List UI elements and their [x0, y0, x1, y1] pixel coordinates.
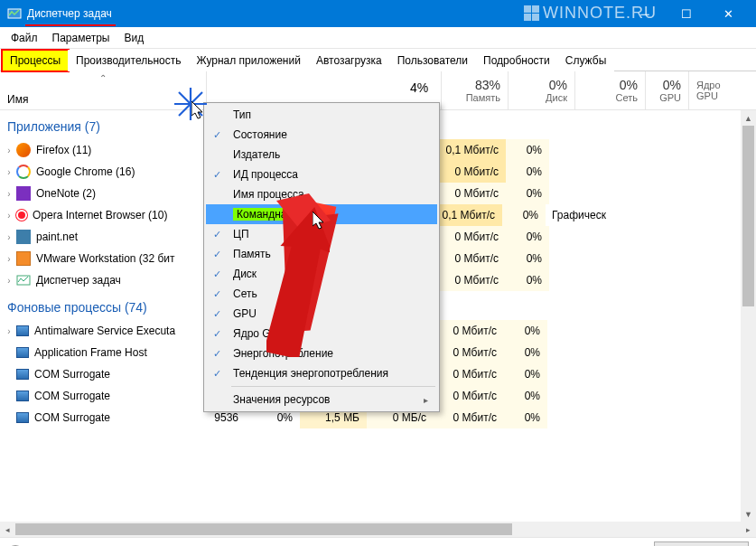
cell-gpu: 0%	[506, 226, 549, 248]
ctx-label: Тип	[233, 108, 251, 121]
vm-icon	[16, 251, 31, 266]
expand-icon[interactable]: ›	[0, 146, 13, 155]
footer: ⌃ Меньше Снять задачу	[0, 537, 756, 546]
check-icon: ✓	[213, 308, 221, 320]
vertical-scrollbar[interactable]: ▲ ▼	[741, 110, 756, 522]
ff-icon	[16, 143, 31, 157]
on-icon	[16, 186, 31, 201]
scroll-left-icon[interactable]: ◂	[0, 522, 15, 537]
tab-startup[interactable]: Автозагрузка	[308, 50, 390, 71]
close-button[interactable]: ✕	[707, 0, 749, 27]
cell-gpu-core	[547, 320, 605, 342]
process-name: Google Chrome (16)	[36, 165, 199, 178]
tab-bar: Процессы Производительность Журнал прило…	[0, 49, 756, 71]
titlebar: Диспетчер задач WINNOTE.RU ─ ☐ ✕	[0, 0, 756, 27]
tab-processes[interactable]: Процессы	[2, 50, 69, 71]
ctx-label: Диск	[233, 268, 257, 280]
ctx-item[interactable]: ✓ Тенденция энергопотребления	[206, 363, 437, 383]
cell-gpu-core	[547, 363, 605, 385]
ctx-item[interactable]: Издатель	[206, 145, 437, 165]
expand-icon[interactable]: ›	[0, 211, 13, 221]
expand-icon[interactable]: ›	[0, 276, 13, 286]
cell-network: 0 Мбит/с	[434, 407, 504, 428]
check-icon: ✓	[213, 129, 221, 141]
sort-indicator-icon: ⌃	[99, 73, 107, 83]
ctx-label: Издатель	[233, 148, 280, 161]
cursor-icon	[191, 101, 208, 121]
op-icon	[16, 210, 27, 221]
cell-gpu-core	[547, 342, 605, 363]
ctx-label: Значения ресурсов	[233, 393, 330, 406]
menu-options[interactable]: Параметры	[45, 29, 117, 47]
process-name: Antimalware Service Executa	[34, 325, 197, 337]
process-name: paint.net	[36, 231, 199, 243]
cell-gpu-core: Графическ	[546, 204, 603, 226]
ctx-item[interactable]: Тип	[206, 105, 437, 125]
svc-icon	[16, 325, 29, 336]
cursor-icon	[313, 212, 329, 231]
expand-icon[interactable]: ›	[0, 254, 13, 264]
cell-gpu: 0%	[506, 248, 549, 269]
cell-network: 0 Мбит/с	[435, 226, 506, 248]
cell-network: 0 Мбит/с	[434, 320, 504, 342]
process-name: COM Surrogate	[34, 390, 197, 402]
cell-gpu-core	[549, 269, 607, 291]
header-memory[interactable]: 83%Память	[441, 71, 508, 109]
scroll-up-icon[interactable]: ▲	[741, 110, 756, 126]
tab-app-history[interactable]: Журнал приложений	[189, 50, 309, 71]
hscroll-thumb[interactable]	[15, 523, 512, 535]
menu-view[interactable]: Вид	[117, 29, 151, 47]
cell-gpu: 0%	[506, 161, 549, 183]
pn-icon	[16, 230, 31, 244]
check-icon: ✓	[213, 268, 221, 280]
process-name: OneNote (2)	[36, 187, 199, 200]
cell-gpu: 0%	[504, 342, 547, 363]
svc-icon	[16, 347, 29, 358]
menu-separator	[231, 386, 435, 387]
expand-icon[interactable]: ›	[0, 189, 13, 199]
cell-gpu-core	[549, 226, 607, 248]
expand-icon[interactable]: ›	[0, 326, 13, 336]
svc-icon	[16, 369, 29, 380]
menu-file[interactable]: Файл	[4, 29, 45, 47]
cell-gpu: 0%	[502, 204, 546, 226]
windows-logo-icon	[524, 5, 539, 21]
check-icon: ✓	[213, 229, 221, 240]
tab-users[interactable]: Пользователи	[389, 50, 476, 71]
header-network[interactable]: 0%Сеть	[574, 71, 645, 109]
tab-services[interactable]: Службы	[557, 50, 614, 71]
process-name: COM Surrogate	[34, 368, 197, 381]
check-icon: ✓	[213, 368, 221, 380]
tab-details[interactable]: Подробности	[475, 50, 558, 71]
end-task-button[interactable]: Снять задачу	[654, 541, 749, 546]
ctx-label: ИД процесса	[233, 168, 298, 181]
cell-gpu-core	[549, 139, 607, 161]
scroll-down-icon[interactable]: ▼	[741, 506, 756, 522]
cell-gpu: 0%	[504, 320, 547, 342]
scroll-right-icon[interactable]: ▸	[741, 522, 756, 537]
ctx-label: ЦП	[233, 228, 249, 240]
header-gpu-core[interactable]: Ядро GPU	[688, 71, 746, 109]
cell-gpu: 0%	[506, 269, 549, 291]
svc-icon	[16, 391, 29, 401]
ctx-item[interactable]: Значения ресурсов ▸	[206, 390, 437, 410]
header-cpu-pct: 4%	[410, 80, 428, 95]
ctx-item[interactable]: ✓ ИД процесса	[206, 165, 437, 184]
ctx-label: Состояние	[233, 128, 287, 141]
tm-icon	[16, 273, 31, 287]
horizontal-scrollbar[interactable]: ◂ ▸	[0, 522, 756, 537]
header-gpu[interactable]: 0%GPU	[645, 71, 688, 109]
process-name: COM Surrogate	[34, 411, 197, 424]
cell-gpu-core	[547, 385, 605, 407]
maximize-button[interactable]: ☐	[666, 0, 707, 27]
ctx-label: GPU	[233, 307, 257, 320]
ctx-label: Тенденция энергопотребления	[233, 367, 388, 380]
tab-performance[interactable]: Производительность	[68, 50, 189, 71]
ctx-item[interactable]: ✓ Состояние	[206, 125, 437, 145]
expand-icon[interactable]: ›	[0, 167, 13, 177]
check-icon: ✓	[213, 348, 221, 360]
cell-gpu-core	[549, 183, 607, 204]
scroll-thumb[interactable]	[742, 126, 754, 306]
header-disk[interactable]: 0%Диск	[508, 71, 574, 109]
expand-icon[interactable]: ›	[0, 232, 13, 242]
